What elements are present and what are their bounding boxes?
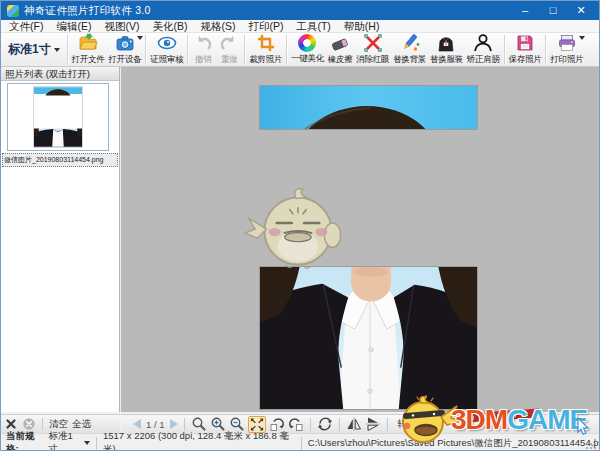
image-dimensions: 1517 x 2206 (300 dpi, 128.4 毫米 x 186.8 毫… (103, 430, 295, 451)
clear-list-button[interactable]: 清空 (49, 418, 68, 431)
toolbar-separator (504, 35, 505, 64)
rotate-180-icon[interactable] (317, 416, 333, 432)
camera-icon (115, 33, 135, 53)
toolbar-button-label: 裁剪照片 (249, 54, 282, 66)
previous-photo-icon[interactable] (133, 419, 141, 429)
toolbar-separator (184, 418, 185, 431)
toolbar-separator (545, 35, 546, 64)
next-photo-icon[interactable] (170, 419, 178, 429)
logo-3dm: 3DM (451, 404, 507, 435)
toolbar-separator (310, 418, 311, 431)
chick-watermark (239, 182, 361, 270)
undo-button[interactable]: 撤销 (190, 33, 216, 66)
toolbar-separator (387, 418, 388, 431)
print-photo-button[interactable]: 打印照片 (548, 33, 585, 66)
red-eye-icon (363, 33, 383, 53)
toolbar-button-label: 重做 (221, 54, 237, 66)
toolbar-button-label: 证照审核 (150, 54, 183, 66)
menu-item-beautify[interactable]: 美化(B) (152, 20, 187, 33)
suit-icon (436, 33, 456, 53)
photo-filename[interactable]: 微信图片_20190803114454.png (2, 153, 118, 167)
menu-bar: 文件(F) 编辑(E) 视图(V) 美化(B) 规格(S) 打印(P) 工具(T… (1, 20, 599, 33)
app-icon[interactable] (7, 5, 19, 17)
toolbar-separator (67, 35, 68, 64)
remove-red-eye-button[interactable]: 消除红眼 (354, 33, 391, 66)
app-window: 神奇证件照片打印软件 3.0 – □ ✕ 文件(F) 编辑(E) 视图(V) 美… (0, 0, 600, 451)
photo-list-panel: 照片列表 (双击打开) 微信图片_20190803114454.png (1, 67, 120, 412)
photo-preview-top (259, 85, 478, 130)
menu-item-print[interactable]: 打印(P) (248, 20, 283, 33)
eraser-button[interactable]: 橡皮擦 (326, 33, 355, 66)
redo-icon (219, 33, 239, 53)
photo-preview-bottom (259, 266, 478, 410)
toolbar-separator (145, 35, 146, 64)
photo-thumbnail (33, 86, 83, 148)
color-wheel-icon (297, 34, 317, 52)
chevron-down-icon (579, 36, 585, 40)
fix-shoulders-button[interactable]: 矫正肩膀 (465, 33, 502, 66)
toolbar-button-label: 替换服装 (430, 54, 463, 66)
delete-photo-icon[interactable] (4, 417, 18, 431)
toolbar-separator (244, 35, 245, 64)
flip-vertical-icon[interactable] (365, 416, 381, 432)
delete-all-icon[interactable] (22, 417, 36, 431)
photo-canvas[interactable] (121, 67, 599, 412)
toolbar-button-label: 替换背景 (393, 54, 426, 66)
main-toolbar: 标准1寸 打开文件 (1, 33, 599, 67)
save-photo-button[interactable]: 保存照片 (507, 33, 544, 66)
page-indicator: 1 / 1 (146, 419, 165, 430)
chevron-down-icon (137, 36, 143, 40)
toolbar-button-label: 消除红眼 (356, 54, 389, 66)
folder-open-icon (78, 33, 98, 53)
status-separator (301, 437, 302, 450)
shoulders-outline-icon (473, 33, 493, 53)
photo-list-header: 照片列表 (双击打开) (1, 67, 119, 81)
flip-horizontal-icon[interactable] (346, 416, 362, 432)
minimize-button[interactable]: – (511, 1, 539, 20)
crop-photo-button[interactable]: 裁剪照片 (247, 33, 284, 66)
photo-list-item[interactable] (7, 83, 109, 151)
toolbar-button-label: 保存照片 (509, 54, 542, 66)
chevron-down-icon (84, 441, 90, 445)
brush-icon (400, 33, 420, 53)
toolbar-button-label: 打开文件 (72, 54, 105, 66)
printer-icon (557, 33, 577, 53)
eraser-icon (330, 33, 350, 53)
toolbar-button-label: 矫正肩膀 (467, 54, 500, 66)
replace-background-button[interactable]: 替换背景 (391, 33, 428, 66)
menu-item-spec[interactable]: 规格(S) (200, 20, 235, 33)
redo-button[interactable]: 重做 (216, 33, 242, 66)
floppy-disk-icon (515, 33, 535, 53)
menu-item-view[interactable]: 视图(V) (104, 20, 139, 33)
toolbar-button-label: 橡皮擦 (328, 54, 353, 66)
eye-icon (157, 33, 177, 53)
photo-size-preset-button[interactable]: 标准1寸 (3, 33, 65, 66)
open-file-button[interactable]: 打开文件 (70, 33, 107, 66)
crop-icon (256, 33, 276, 53)
spec-label: 当前规格: (6, 430, 46, 451)
spec-value: 标准1寸 (49, 430, 81, 451)
toolbar-button-label: 打开设备 (109, 54, 142, 66)
replace-clothes-button[interactable]: 替换服装 (428, 33, 465, 66)
one-key-beautify-button[interactable]: 一键美化 (289, 33, 326, 66)
toolbar-separator (339, 418, 340, 431)
toolbar-button-label: 撤销 (195, 54, 211, 66)
current-spec[interactable]: 当前规格: 标准1寸 (6, 430, 90, 451)
status-separator (96, 437, 97, 450)
preset-label: 标准1寸 (8, 41, 51, 58)
footer-separator (42, 418, 43, 430)
logo-game: GAME (507, 404, 587, 435)
photo-review-button[interactable]: 证照审核 (148, 33, 185, 66)
toolbar-button-label: 打印照片 (550, 54, 583, 66)
menu-item-file[interactable]: 文件(F) (9, 20, 43, 33)
select-all-button[interactable]: 全选 (72, 418, 91, 431)
window-title: 神奇证件照片打印软件 3.0 (24, 4, 151, 18)
close-button[interactable]: ✕ (567, 1, 595, 20)
resize-grip[interactable] (585, 438, 597, 450)
menu-item-edit[interactable]: 编辑(E) (56, 20, 91, 33)
menu-item-help[interactable]: 帮助(H) (344, 20, 380, 33)
menu-item-tools[interactable]: 工具(T) (296, 20, 330, 33)
open-device-button[interactable]: 打开设备 (107, 33, 144, 66)
chevron-down-icon (54, 48, 60, 52)
maximize-button[interactable]: □ (539, 1, 567, 20)
